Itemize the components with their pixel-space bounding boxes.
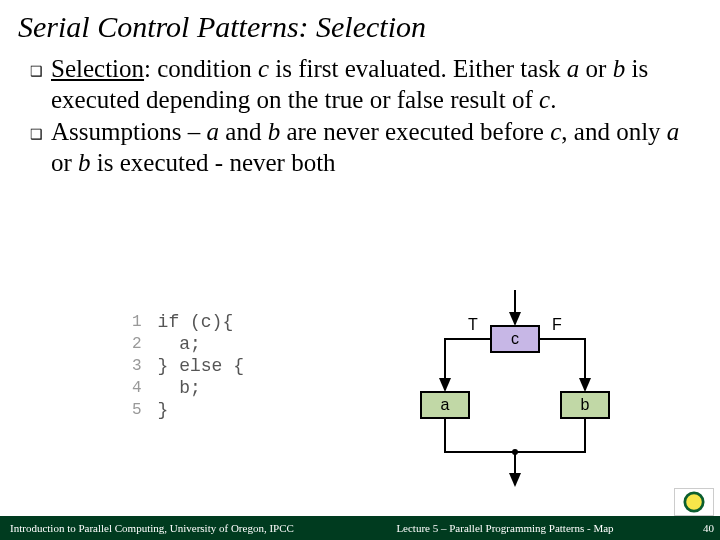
b2-c1: c [550,118,561,145]
code-3: } else { [158,356,244,376]
b2-a1: a [207,118,220,145]
b1-lead: Selection [51,55,144,82]
slide-body: ❑ Selection: condition c is first evalua… [0,50,720,178]
b1-a1: a [567,55,580,82]
code-4: b; [158,378,244,398]
flow-c-label: c [511,330,519,347]
uo-logo [674,488,714,516]
footer-center: Lecture 5 – Parallel Programming Pattern… [340,522,670,534]
ln-3: 3 [132,356,156,376]
slide-footer: Introduction to Parallel Computing, Univ… [0,516,720,540]
code-5: } [158,400,244,420]
b2-t4: , and only [561,118,667,145]
bullet-1-text: Selection: condition c is first evaluate… [51,54,696,115]
bullet-marker: ❑ [30,119,43,149]
footer-page-number: 40 [670,522,720,534]
b2-t1: Assumptions – [51,118,207,145]
bullet-2: ❑ Assumptions – a and b are never execut… [30,117,696,178]
b2-t2: and [219,118,268,145]
flow-b-label: b [581,396,590,413]
footer-left: Introduction to Parallel Computing, Univ… [0,522,340,534]
b2-t3: are never executed before [280,118,550,145]
code-block: 1if (c){ 2 a; 3} else { 4 b; 5} [130,310,246,422]
b1-c1: c [258,55,269,82]
b1-b1: b [613,55,626,82]
svg-point-6 [685,493,703,511]
slide-title: Serial Control Patterns: Selection [0,0,720,50]
flowchart-diagram: c T F a b [395,290,645,490]
code-2: a; [158,334,244,354]
code-1: if (c){ [158,312,244,332]
b1-t3: or [579,55,612,82]
b2-b1: b [268,118,281,145]
b1-t5: . [550,86,556,113]
b2-t5: or [51,149,78,176]
bullet-1: ❑ Selection: condition c is first evalua… [30,54,696,115]
ln-4: 4 [132,378,156,398]
ln-1: 1 [132,312,156,332]
flow-F-label: F [552,316,562,333]
b1-c2: c [539,86,550,113]
figure-area: 1if (c){ 2 a; 3} else { 4 b; 5} c T F [0,290,720,490]
bullet-marker: ❑ [30,56,43,86]
ln-5: 5 [132,400,156,420]
b2-b2: b [78,149,91,176]
b2-t6: is executed - never both [91,149,336,176]
b1-t1: : condition [144,55,258,82]
flow-T-label: T [468,316,478,333]
ln-2: 2 [132,334,156,354]
flow-a-label: a [441,396,450,413]
b2-a2: a [667,118,680,145]
b1-t2: is first evaluated. Either task [269,55,567,82]
bullet-2-text: Assumptions – a and b are never executed… [51,117,696,178]
